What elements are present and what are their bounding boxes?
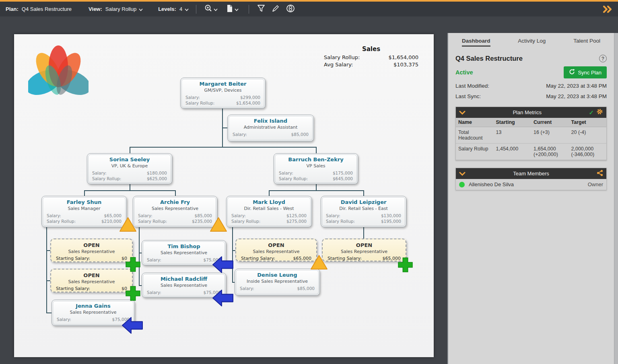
team-member-row[interactable]: Allenisheo De Silva Owner — [456, 179, 606, 190]
org-node-margaret-beiter[interactable]: Margaret Beiter GM/SVP, Devices Salary:$… — [180, 78, 266, 109]
field-label: Starting Salary: — [328, 256, 362, 261]
add-position-icon[interactable] — [398, 257, 413, 274]
node-title: Sales Representative — [236, 249, 316, 255]
visibility-button[interactable] — [286, 4, 295, 14]
field-value: $180,000 — [147, 170, 167, 176]
connector-line — [269, 190, 364, 191]
view-value: Salary Rollup — [105, 6, 136, 12]
org-node-sorina-seeley[interactable]: Sorina Seeley VP, UK & Europe Salary:$18… — [87, 153, 172, 184]
plan-label: Plan: — [6, 6, 19, 12]
node-name: Tim Bishop — [142, 243, 226, 250]
summary-label: Avg Salary: — [324, 61, 353, 68]
node-name: OPEN — [51, 272, 132, 279]
field-label: Salary: — [240, 286, 254, 291]
help-icon[interactable]: ? — [599, 55, 607, 62]
org-chart-canvas[interactable]: Sales Salary Rollup:$1,654,000 Avg Salar… — [14, 34, 434, 357]
connector-line — [269, 190, 270, 196]
org-node-mark-lloyd[interactable]: Mark Lloyd Dir. Retail Sales - West Sala… — [226, 196, 312, 227]
field-value: $125,000 — [286, 213, 307, 218]
org-node-open-position-1[interactable]: OPEN Sales Representative Starting Salar… — [50, 239, 133, 262]
node-name: Sorina Seeley — [87, 156, 172, 163]
levels-selector[interactable]: Levels: 4 — [152, 6, 191, 12]
org-node-archie-fry[interactable]: Archie Fry Sales Representative Salary:$… — [133, 196, 217, 227]
field-label: Salary: — [147, 290, 161, 295]
org-node-open-position-4[interactable]: OPEN Sales Representative Starting Salar… — [322, 239, 406, 261]
field-label: Salary Rollup: — [185, 100, 214, 106]
tab-dashboard[interactable]: Dashboard — [462, 38, 490, 47]
chevron-down-icon — [235, 6, 239, 12]
warning-triangle-icon[interactable] — [210, 216, 227, 234]
last-sync-label: Last Sync: — [455, 93, 481, 99]
node-name: Jenna Gains — [52, 303, 134, 309]
panel-scrollbar[interactable] — [614, 33, 618, 364]
node-title: Sales Representative — [142, 250, 226, 256]
team-members-card: Team Members Allenisheo De Silva Owner — [455, 168, 607, 190]
field-value: $299,000 — [240, 95, 260, 100]
column-header: Name — [456, 118, 494, 127]
node-name: Archie Fry — [133, 199, 217, 206]
connector-line — [46, 280, 50, 281]
field-label: Salary: — [326, 213, 340, 218]
connector-line — [139, 253, 142, 253]
chevron-down-icon — [214, 6, 218, 12]
sync-plan-label: Sync Plan — [578, 70, 602, 76]
org-node-denise-leung[interactable]: Denise Leung Inside Sales Representative… — [235, 269, 320, 296]
tab-activity-log[interactable]: Activity Log — [518, 38, 546, 47]
tab-talent-pool[interactable]: Talent Pool — [573, 38, 600, 47]
org-node-felix-island[interactable]: Felix Island Administrative Assistant Sa… — [227, 115, 314, 142]
moved-in-arrow-icon[interactable] — [212, 255, 233, 276]
org-node-david-leipziger[interactable]: David Leipziger Dir. Retail Sales - East… — [321, 196, 406, 227]
moved-in-arrow-icon[interactable] — [212, 289, 233, 309]
connector-line — [175, 190, 176, 196]
node-title: VP, UK & Europe — [87, 163, 172, 169]
metric-target: 20 (-4) — [569, 127, 607, 144]
node-name: Mark Lloyd — [227, 199, 311, 206]
field-label: Salary: — [279, 170, 293, 176]
field-value: $195,000 — [381, 218, 401, 224]
zoom-menu-button[interactable] — [204, 4, 220, 14]
last-modified-label: Last Modified: — [455, 83, 489, 89]
warning-triangle-icon[interactable] — [119, 216, 137, 234]
collapse-chevron-icon[interactable] — [459, 170, 466, 177]
toolbar-divider — [249, 5, 249, 14]
node-title: Inside Sales Representative — [235, 278, 319, 284]
node-title: VP Sales — [274, 163, 358, 169]
expand-panel-button[interactable] — [603, 6, 613, 14]
moved-in-arrow-icon[interactable] — [122, 316, 143, 336]
add-position-icon[interactable] — [125, 286, 141, 303]
org-node-farley-shun[interactable]: Farley Shun Sales Manager Salary:$65,000… — [41, 196, 127, 227]
node-title: Dir. Retail Sales - East — [321, 206, 406, 212]
view-selector[interactable]: View: Salary Rollup — [83, 6, 145, 12]
metric-name: Salary Rollup — [456, 144, 494, 160]
eye-icon — [286, 4, 295, 14]
plan-metrics-table: Name Starting Current Target Total Headc… — [456, 118, 606, 160]
filter-button[interactable] — [257, 4, 266, 14]
field-label: Salary: — [92, 170, 107, 176]
org-node-open-position-3[interactable]: OPEN Sales Representative Starting Salar… — [235, 239, 317, 261]
table-row: Salary Rollup 1,454,000 1,654,000 (+200,… — [456, 144, 606, 160]
document-icon — [226, 4, 234, 14]
gear-icon[interactable] — [596, 108, 603, 117]
org-node-open-position-2[interactable]: OPEN Sales Representative Starting Salar… — [50, 269, 133, 292]
connector-line — [139, 227, 140, 285]
field-value: $130,000 — [381, 213, 401, 218]
sync-plan-button[interactable]: Sync Plan — [564, 66, 607, 78]
add-position-icon[interactable] — [125, 257, 141, 274]
annotate-button[interactable] — [271, 4, 280, 14]
collapse-chevron-icon[interactable] — [459, 109, 466, 116]
warning-triangle-icon[interactable] — [310, 254, 328, 272]
field-label: Starting Salary: — [56, 256, 90, 261]
summary-value: $103,375 — [393, 61, 418, 68]
org-node-barruch-ben-zekry[interactable]: Barruch Ben-Zekry VP Sales Salary:$175,0… — [274, 153, 358, 184]
online-status-icon — [459, 182, 465, 187]
metric-current: 16 (+3) — [531, 127, 569, 144]
node-title: Dir. Retail Sales - West — [227, 206, 311, 212]
team-members-title: Team Members — [466, 171, 597, 177]
plan-metrics-title: Plan Metrics — [466, 109, 589, 115]
double-chevron-right-icon — [603, 8, 613, 14]
connector-line — [84, 190, 85, 196]
export-document-button[interactable] — [226, 4, 241, 14]
plan-selector[interactable]: Plan: Q4 Sales Restructure — [0, 6, 73, 12]
field-label: Salary: — [47, 213, 61, 218]
share-icon[interactable] — [597, 170, 603, 178]
